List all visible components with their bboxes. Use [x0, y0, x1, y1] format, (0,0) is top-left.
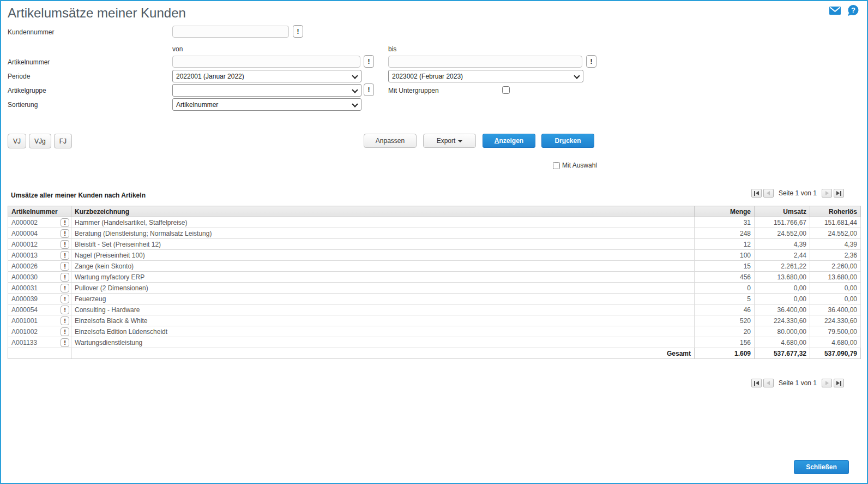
artikel-lookup-button[interactable]: ! [61, 262, 69, 271]
column-header-menge[interactable]: Menge [695, 206, 755, 217]
column-header-artikelnummer[interactable]: Artikelnummer [8, 206, 71, 217]
periode-bis-select[interactable]: 2023002 (Februar 2023) [388, 70, 583, 82]
table-row: A001001!Einzelsofa Black & White520224.3… [8, 315, 861, 326]
cell-kurzbezeichnung: Einzelsofa Black & White [71, 315, 695, 326]
page-title: Artikelumsätze meiner Kunden [8, 5, 186, 21]
column-header-kurzbezeichnung[interactable]: Kurzbezeichnung [71, 206, 695, 217]
svg-text:?: ? [851, 6, 855, 14]
artikel-lookup-button[interactable]: ! [61, 284, 69, 292]
sortierung-select[interactable]: Artikelnummer [172, 98, 361, 111]
drucken-button[interactable]: Drucken [541, 134, 594, 148]
artikelnummer-bis-input[interactable] [388, 56, 582, 68]
artikelgruppe-lookup-button[interactable]: ! [364, 83, 374, 96]
cell-artikelnummer: A001002! [8, 326, 71, 337]
cell-kurzbezeichnung: Feuerzeug [71, 294, 695, 304]
next-page-button[interactable] [822, 189, 832, 198]
table-row: A000004!Beratung (Dienstleistung; Normal… [8, 228, 861, 239]
anpassen-button[interactable]: Anpassen [364, 134, 417, 148]
artikel-lookup-button[interactable]: ! [61, 251, 69, 260]
cell-artikelnummer: A000054! [8, 304, 71, 315]
first-page-button[interactable] [751, 189, 762, 198]
artikel-lookup-button[interactable]: ! [61, 295, 69, 303]
artikel-lookup-button[interactable]: ! [61, 273, 69, 282]
table-row: A000039!Feuerzeug50,000,00 [8, 294, 861, 304]
cell-roherloes: 2.260,00 [810, 261, 861, 272]
cell-umsatz: 13.680,00 [755, 272, 810, 283]
help-icon[interactable]: ? [847, 4, 859, 16]
cell-kurzbezeichnung: Beratung (Dienstleistung; Normalsatz Lei… [71, 228, 695, 239]
cell-menge: 15 [695, 261, 755, 272]
table-row: A000013!Nagel (Preiseinheit 100)1002,442… [8, 250, 861, 261]
cell-kurzbezeichnung: Zange (kein Skonto) [71, 261, 695, 272]
vj-button[interactable]: VJ [8, 134, 26, 148]
table-row: A000054!Consulting - Hardware4636.400,00… [8, 304, 861, 315]
artikelnummer-von-input[interactable] [172, 56, 360, 68]
artikel-lookup-button[interactable]: ! [61, 229, 69, 238]
next-page-button[interactable] [822, 379, 832, 387]
artikel-lookup-button[interactable]: ! [61, 327, 69, 336]
cell-kurzbezeichnung: Consulting - Hardware [71, 304, 695, 315]
cell-artikelnummer: A000039! [8, 294, 71, 304]
artikelnummer-value: A000004 [11, 230, 38, 237]
table-row: A001133!Wartungsdienstleistung1564.680,0… [8, 337, 861, 348]
total-menge: 1.609 [695, 348, 755, 359]
cell-menge: 31 [695, 217, 755, 228]
mail-icon[interactable] [829, 7, 841, 15]
quick-period-buttons: VJ VJg FJ [8, 134, 72, 148]
cell-kurzbezeichnung: Hammer (Handelsartikel, Staffelpreise) [71, 217, 695, 228]
cell-kurzbezeichnung: Nagel (Preiseinheit 100) [71, 250, 695, 261]
column-header-umsatz[interactable]: Umsatz [755, 206, 810, 217]
export-button[interactable]: Export [423, 134, 476, 148]
artikelnummer-von-lookup-button[interactable]: ! [364, 55, 374, 68]
anzeigen-button[interactable]: Anzeigen [483, 134, 535, 148]
cell-menge: 46 [695, 304, 755, 315]
artikel-lookup-button[interactable]: ! [61, 240, 69, 249]
cell-roherloes: 24.552,00 [810, 228, 861, 239]
mit-untergruppen-checkbox[interactable] [502, 86, 510, 94]
cell-umsatz: 224.330,60 [755, 315, 810, 326]
mit-auswahl-checkbox[interactable] [553, 162, 560, 169]
cell-artikelnummer: A000012! [8, 239, 71, 250]
pagination-bottom: Seite 1 von 1 [751, 379, 844, 387]
cell-umsatz: 4.680,00 [755, 337, 810, 348]
artikelgruppe-select[interactable] [172, 84, 361, 97]
cell-menge: 12 [695, 239, 755, 250]
total-umsatz: 537.677,32 [755, 348, 810, 359]
last-page-button[interactable] [834, 189, 844, 198]
table-row: A000031!Pullover (2 Dimensionen)00,000,0… [8, 283, 861, 294]
kundennummer-input[interactable] [172, 26, 289, 38]
cell-kurzbezeichnung: Wartungsdienstleistung [71, 337, 695, 348]
artikel-lookup-button[interactable]: ! [61, 338, 69, 347]
total-roherloes: 537.090,79 [810, 348, 861, 359]
artikelnummer-bis-lookup-button[interactable]: ! [586, 55, 596, 68]
previous-page-button[interactable] [763, 189, 774, 198]
cell-artikelnummer: A000031! [8, 283, 71, 294]
fj-button[interactable]: FJ [54, 134, 72, 148]
cell-artikelnummer: A001133! [8, 337, 71, 348]
cell-kurzbezeichnung: Pullover (2 Dimensionen) [71, 283, 695, 294]
cell-roherloes: 4,39 [810, 239, 861, 250]
cell-artikelnummer: A000013! [8, 250, 71, 261]
pagination-top: Seite 1 von 1 [751, 189, 844, 198]
cell-roherloes: 0,00 [810, 283, 861, 294]
artikelnummer-value: A000054 [11, 306, 38, 314]
last-page-button[interactable] [834, 379, 844, 387]
cell-artikelnummer: A000026! [8, 261, 71, 272]
pagination-label: Seite 1 von 1 [779, 189, 817, 197]
vjg-button[interactable]: VJg [29, 134, 51, 148]
artikel-lookup-button[interactable]: ! [61, 218, 69, 227]
cell-menge: 5 [695, 294, 755, 304]
cell-umsatz: 0,00 [755, 283, 810, 294]
periode-von-select[interactable]: 2022001 (Januar 2022) [172, 70, 361, 82]
previous-page-button[interactable] [763, 379, 774, 387]
column-header-roherloes[interactable]: Roherlös [810, 206, 861, 217]
first-page-button[interactable] [751, 379, 762, 387]
kundennummer-lookup-button[interactable]: ! [293, 25, 303, 38]
cell-menge: 456 [695, 272, 755, 283]
cell-umsatz: 0,00 [755, 294, 810, 304]
artikel-lookup-button[interactable]: ! [61, 316, 69, 325]
artikel-lookup-button[interactable]: ! [61, 306, 69, 314]
cell-roherloes: 36.400,00 [810, 304, 861, 315]
chevron-down-icon [458, 140, 462, 142]
schliessen-button[interactable]: Schließen [794, 460, 849, 474]
